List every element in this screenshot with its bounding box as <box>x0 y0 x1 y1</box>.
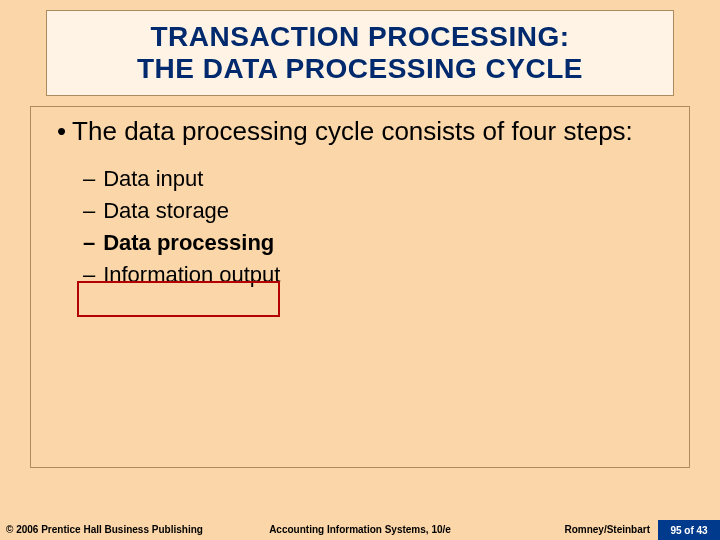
list-item: – Information output <box>83 259 673 291</box>
list-item: – Data input <box>83 163 673 195</box>
dash-icon: – <box>83 259 97 291</box>
title-line-1: TRANSACTION PROCESSING: <box>150 21 569 52</box>
list-item-label: Information output <box>103 262 280 287</box>
page-of: of <box>682 525 697 536</box>
page-badge: 95 of 43 <box>658 520 720 540</box>
slide-content-box: •The data processing cycle consists of f… <box>30 106 690 468</box>
page-total: 43 <box>697 525 708 536</box>
list-item: – Data processing <box>83 227 673 259</box>
dash-icon: – <box>83 195 97 227</box>
list-item-label: Data input <box>103 166 203 191</box>
slide-title: TRANSACTION PROCESSING: THE DATA PROCESS… <box>137 21 583 85</box>
dash-icon: – <box>83 163 97 195</box>
lead-bullet: •The data processing cycle consists of f… <box>57 117 673 147</box>
slide-title-box: TRANSACTION PROCESSING: THE DATA PROCESS… <box>46 10 674 96</box>
list-item-label: Data processing <box>103 230 274 255</box>
slide-footer: © 2006 Prentice Hall Business Publishing… <box>0 518 720 540</box>
title-line-2: THE DATA PROCESSING CYCLE <box>137 53 583 84</box>
footer-authors: Romney/Steinbart <box>564 524 650 535</box>
page-current: 95 <box>670 525 681 536</box>
bullet-dot: • <box>57 116 66 146</box>
list-item-label: Data storage <box>103 198 229 223</box>
list-item: – Data storage <box>83 195 673 227</box>
lead-text: The data processing cycle consists of fo… <box>72 116 633 146</box>
steps-list: – Data input– Data storage– Data process… <box>83 163 673 291</box>
dash-icon: – <box>83 227 97 259</box>
